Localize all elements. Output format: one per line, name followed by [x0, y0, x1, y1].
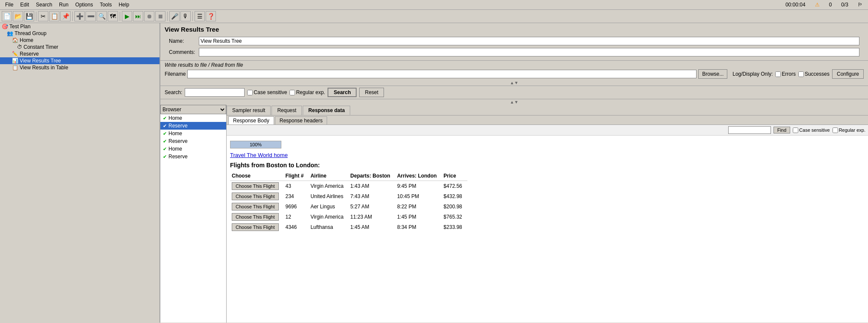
choose-flight-btn-2[interactable]: Choose This Flight: [232, 203, 279, 210]
menu-options[interactable]: Options: [72, 1, 96, 9]
viewresultstable-label: View Results in Table: [20, 65, 68, 71]
find-case-checkbox[interactable]: [793, 127, 798, 133]
successes-checkbox-label[interactable]: Successes: [798, 71, 830, 77]
case-sensitive-label[interactable]: Case sensitive: [247, 89, 287, 95]
main-layout: 🎯 Test Plan 👥 Thread Group 🏠 Home ⏱ Cons…: [0, 23, 868, 323]
errors-label: Errors: [782, 71, 796, 77]
stop-now-btn[interactable]: ⏹: [155, 11, 165, 21]
tree-item-viewresultstree[interactable]: 📊 View Results Tree: [0, 57, 159, 64]
header-flight: Flight #: [284, 172, 309, 181]
comments-input[interactable]: [199, 48, 859, 56]
find-input[interactable]: [728, 126, 771, 134]
toolbar: 📄 📂 💾 ✂ 📋 📌 ➕ ➖ 🔍 🗺 ▶ ⏭ ⏺ ⏹ 🎤 🎙 ☰ ❓: [0, 10, 868, 23]
browser-list: ✔ Home ✔ Reserve ✔ Home ✔ Reserve: [160, 114, 226, 323]
sub-tab-response-headers[interactable]: Response headers: [275, 116, 328, 124]
successes-checkbox[interactable]: [798, 71, 804, 77]
sub-tab-response-body[interactable]: Response Body: [228, 116, 274, 124]
travel-link[interactable]: Travel The World home: [230, 152, 865, 158]
testplan-icon: 🎯: [2, 24, 8, 30]
sep4: [167, 12, 168, 21]
tree-item-testplan[interactable]: 🎯 Test Plan: [0, 23, 159, 30]
main-tab-bar: Sampler result Request Response data: [227, 105, 868, 116]
configure-button[interactable]: Configure: [832, 69, 864, 79]
case-sensitive-checkbox[interactable]: [247, 90, 253, 95]
browser-select[interactable]: Browser: [160, 105, 226, 114]
browser-item-home3[interactable]: ✔ Home: [160, 145, 226, 153]
menu-tools[interactable]: Tools: [96, 1, 115, 9]
choose-flight-btn-3[interactable]: Choose This Flight: [232, 213, 279, 221]
find-case-sensitive[interactable]: Case sensitive: [793, 127, 830, 133]
menu-file[interactable]: File: [2, 1, 17, 9]
record-step-btn[interactable]: 🎙: [180, 11, 191, 21]
tab-request[interactable]: Request: [272, 106, 302, 115]
filename-input[interactable]: [187, 70, 697, 78]
find-regexp-checkbox[interactable]: [833, 127, 838, 133]
browser-item-reserve3[interactable]: ✔ Reserve: [160, 153, 226, 160]
tab-sampler-result[interactable]: Sampler result: [227, 106, 271, 115]
tree-item-threadgroup[interactable]: 👥 Thread Group: [0, 30, 159, 37]
paste-btn[interactable]: 📌: [60, 11, 71, 21]
tree-item-viewresultstable[interactable]: 📋 View Results in Table: [0, 64, 159, 71]
record-btn[interactable]: 🎤: [169, 11, 180, 21]
tree-item-reserve1[interactable]: ✏️ Reserve: [0, 50, 159, 57]
regular-exp-text: Regular exp.: [296, 89, 325, 95]
play-step-btn[interactable]: ⏭: [133, 11, 143, 21]
menu-search[interactable]: Search: [32, 1, 56, 9]
response-content: 100% Travel The World home Flights from …: [227, 136, 868, 323]
toolbar-right: 00:00:04 ⚠ 0 0/3 🏳: [782, 1, 866, 9]
sep3: [120, 12, 120, 21]
tree-item-home1[interactable]: 🏠 Home: [0, 37, 159, 44]
browser-item-reserve2[interactable]: ✔ Reserve: [160, 137, 226, 145]
sep1: [36, 12, 36, 21]
stop-btn[interactable]: ⏺: [144, 11, 154, 21]
errors-checkbox-label[interactable]: Errors: [775, 71, 796, 77]
play-btn[interactable]: ▶: [122, 11, 132, 21]
menu-run[interactable]: Run: [56, 1, 72, 9]
browse-button[interactable]: Browse...: [698, 69, 727, 79]
table-btn[interactable]: ☰: [195, 11, 205, 21]
expand-btn[interactable]: ➕: [74, 11, 85, 21]
reset-button[interactable]: Reset: [359, 88, 384, 97]
header-airline: Airline: [309, 172, 348, 181]
regular-exp-label[interactable]: Regular exp.: [289, 89, 325, 95]
flight-num-3: 12: [284, 212, 309, 222]
search-input[interactable]: [185, 88, 245, 97]
name-label: Name:: [169, 38, 199, 44]
browser-item-home2[interactable]: ✔ Home: [160, 130, 226, 137]
price-1: $432.98: [442, 191, 467, 202]
open-btn[interactable]: 📂: [13, 11, 23, 21]
search-button[interactable]: Search: [328, 88, 357, 97]
menu-bar: File Edit Search Run Options Tools Help …: [0, 0, 868, 10]
new-btn[interactable]: 📄: [2, 11, 12, 21]
header-choose: Choose: [230, 172, 284, 181]
zoom-in-btn[interactable]: 🔍: [97, 11, 107, 21]
browser-item-home1[interactable]: ✔ Home: [160, 114, 226, 122]
log-display-label: Log/Display Only:: [732, 71, 773, 77]
collapse-btn[interactable]: ➖: [86, 11, 96, 21]
tree-item-constanttimer[interactable]: ⏱ Constant Timer: [0, 44, 159, 50]
check-icon-home1: ✔: [163, 116, 167, 121]
save-btn[interactable]: 💾: [24, 11, 34, 21]
cut-btn[interactable]: ✂: [38, 11, 48, 21]
search-bar: Search: Case sensitive Regular exp. Sear…: [160, 86, 868, 99]
progress-bar-fill: 100%: [230, 141, 281, 148]
regular-exp-checkbox[interactable]: [289, 90, 295, 95]
errors-checkbox[interactable]: [775, 71, 781, 77]
viewresultstree-icon: 📊: [12, 58, 18, 64]
log-display: Log/Display Only: Errors Successes Confi…: [732, 69, 864, 79]
nav-btn[interactable]: 🗺: [108, 11, 118, 21]
menu-help[interactable]: Help: [115, 1, 133, 9]
tab-response-data[interactable]: Response data: [303, 106, 350, 115]
name-input[interactable]: [199, 37, 859, 45]
browser-item-reserve1[interactable]: ✔ Reserve: [160, 122, 226, 130]
choose-flight-btn-1[interactable]: Choose This Flight: [232, 193, 279, 200]
function-btn[interactable]: ❓: [206, 11, 216, 21]
copy-btn[interactable]: 📋: [49, 11, 59, 21]
find-button[interactable]: Find: [774, 127, 790, 133]
menu-edit[interactable]: Edit: [17, 1, 32, 9]
sep2: [72, 12, 73, 21]
flight-title: Flights from Boston to London:: [230, 162, 865, 169]
choose-flight-btn-0[interactable]: Choose This Flight: [232, 182, 279, 190]
choose-flight-btn-4[interactable]: Choose This Flight: [232, 223, 279, 231]
find-regexp[interactable]: Regular exp.: [833, 127, 865, 133]
